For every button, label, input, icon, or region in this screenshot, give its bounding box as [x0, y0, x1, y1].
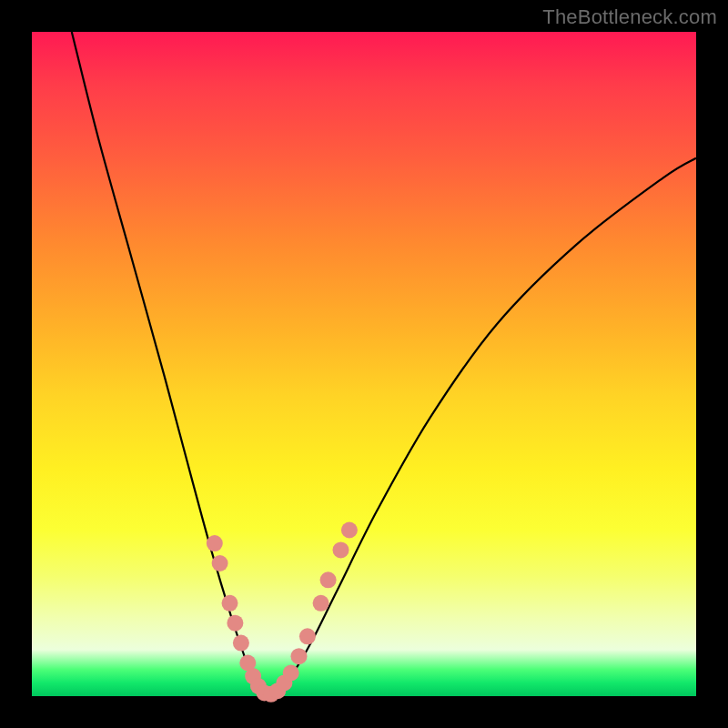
gradient-plot-area: [32, 32, 696, 696]
curve-marker: [333, 541, 349, 558]
curve-marker: [299, 628, 316, 644]
chart-frame: TheBottleneck.com: [0, 0, 728, 728]
curve-marker: [227, 615, 243, 632]
curve-marker: [212, 555, 228, 571]
curve-marker: [222, 595, 238, 612]
bottleneck-curve: [72, 32, 696, 697]
curve-svg: [32, 32, 696, 696]
curve-marker: [283, 665, 299, 682]
curve-marker: [233, 635, 249, 652]
watermark-text: TheBottleneck.com: [542, 5, 717, 29]
curve-marker: [341, 522, 358, 539]
curve-marker: [291, 648, 308, 664]
curve-marker: [320, 571, 337, 588]
curve-marker: [313, 595, 329, 612]
curve-marker: [207, 535, 223, 551]
